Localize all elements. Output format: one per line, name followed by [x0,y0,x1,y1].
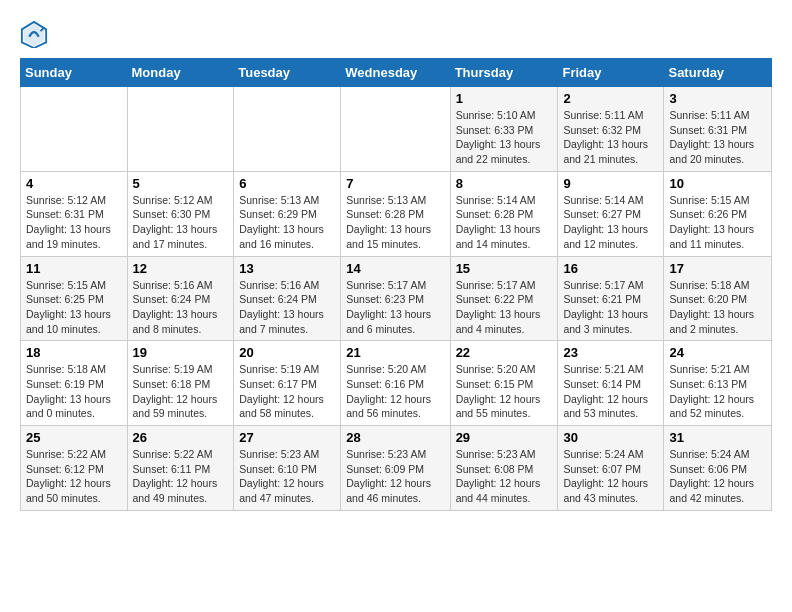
calendar-cell: 3Sunrise: 5:11 AM Sunset: 6:31 PM Daylig… [664,87,772,172]
calendar-cell: 12Sunrise: 5:16 AM Sunset: 6:24 PM Dayli… [127,256,234,341]
week-row-5: 25Sunrise: 5:22 AM Sunset: 6:12 PM Dayli… [21,426,772,511]
calendar-cell: 17Sunrise: 5:18 AM Sunset: 6:20 PM Dayli… [664,256,772,341]
header-sunday: Sunday [21,59,128,87]
logo [20,20,52,48]
day-info: Sunrise: 5:24 AM Sunset: 6:07 PM Dayligh… [563,447,658,506]
calendar-cell: 7Sunrise: 5:13 AM Sunset: 6:28 PM Daylig… [341,171,450,256]
calendar-cell [127,87,234,172]
calendar-cell: 11Sunrise: 5:15 AM Sunset: 6:25 PM Dayli… [21,256,128,341]
day-info: Sunrise: 5:24 AM Sunset: 6:06 PM Dayligh… [669,447,766,506]
day-info: Sunrise: 5:19 AM Sunset: 6:17 PM Dayligh… [239,362,335,421]
day-number: 2 [563,91,658,106]
day-number: 26 [133,430,229,445]
calendar-cell: 28Sunrise: 5:23 AM Sunset: 6:09 PM Dayli… [341,426,450,511]
day-number: 15 [456,261,553,276]
day-number: 20 [239,345,335,360]
day-number: 3 [669,91,766,106]
calendar-cell: 14Sunrise: 5:17 AM Sunset: 6:23 PM Dayli… [341,256,450,341]
day-info: Sunrise: 5:18 AM Sunset: 6:20 PM Dayligh… [669,278,766,337]
calendar-cell: 21Sunrise: 5:20 AM Sunset: 6:16 PM Dayli… [341,341,450,426]
calendar-cell [21,87,128,172]
day-number: 16 [563,261,658,276]
day-info: Sunrise: 5:16 AM Sunset: 6:24 PM Dayligh… [239,278,335,337]
logo-icon [20,20,48,48]
day-number: 6 [239,176,335,191]
calendar-cell: 26Sunrise: 5:22 AM Sunset: 6:11 PM Dayli… [127,426,234,511]
header-friday: Friday [558,59,664,87]
calendar-cell: 22Sunrise: 5:20 AM Sunset: 6:15 PM Dayli… [450,341,558,426]
day-number: 18 [26,345,122,360]
day-info: Sunrise: 5:15 AM Sunset: 6:25 PM Dayligh… [26,278,122,337]
day-info: Sunrise: 5:16 AM Sunset: 6:24 PM Dayligh… [133,278,229,337]
day-number: 11 [26,261,122,276]
week-row-4: 18Sunrise: 5:18 AM Sunset: 6:19 PM Dayli… [21,341,772,426]
header-thursday: Thursday [450,59,558,87]
calendar-cell: 18Sunrise: 5:18 AM Sunset: 6:19 PM Dayli… [21,341,128,426]
day-info: Sunrise: 5:11 AM Sunset: 6:31 PM Dayligh… [669,108,766,167]
day-info: Sunrise: 5:20 AM Sunset: 6:16 PM Dayligh… [346,362,444,421]
calendar-cell: 27Sunrise: 5:23 AM Sunset: 6:10 PM Dayli… [234,426,341,511]
calendar-cell: 19Sunrise: 5:19 AM Sunset: 6:18 PM Dayli… [127,341,234,426]
day-number: 29 [456,430,553,445]
day-info: Sunrise: 5:20 AM Sunset: 6:15 PM Dayligh… [456,362,553,421]
day-info: Sunrise: 5:21 AM Sunset: 6:13 PM Dayligh… [669,362,766,421]
calendar-cell: 1Sunrise: 5:10 AM Sunset: 6:33 PM Daylig… [450,87,558,172]
day-number: 21 [346,345,444,360]
day-info: Sunrise: 5:23 AM Sunset: 6:09 PM Dayligh… [346,447,444,506]
day-number: 4 [26,176,122,191]
calendar-cell: 9Sunrise: 5:14 AM Sunset: 6:27 PM Daylig… [558,171,664,256]
calendar-cell: 16Sunrise: 5:17 AM Sunset: 6:21 PM Dayli… [558,256,664,341]
day-info: Sunrise: 5:13 AM Sunset: 6:29 PM Dayligh… [239,193,335,252]
day-info: Sunrise: 5:12 AM Sunset: 6:31 PM Dayligh… [26,193,122,252]
calendar-cell: 8Sunrise: 5:14 AM Sunset: 6:28 PM Daylig… [450,171,558,256]
calendar-cell: 5Sunrise: 5:12 AM Sunset: 6:30 PM Daylig… [127,171,234,256]
day-info: Sunrise: 5:11 AM Sunset: 6:32 PM Dayligh… [563,108,658,167]
day-number: 25 [26,430,122,445]
day-number: 31 [669,430,766,445]
day-info: Sunrise: 5:17 AM Sunset: 6:23 PM Dayligh… [346,278,444,337]
day-number: 23 [563,345,658,360]
calendar-cell: 13Sunrise: 5:16 AM Sunset: 6:24 PM Dayli… [234,256,341,341]
calendar-cell: 15Sunrise: 5:17 AM Sunset: 6:22 PM Dayli… [450,256,558,341]
day-number: 14 [346,261,444,276]
calendar-cell: 24Sunrise: 5:21 AM Sunset: 6:13 PM Dayli… [664,341,772,426]
calendar-cell [341,87,450,172]
day-info: Sunrise: 5:12 AM Sunset: 6:30 PM Dayligh… [133,193,229,252]
week-row-1: 1Sunrise: 5:10 AM Sunset: 6:33 PM Daylig… [21,87,772,172]
day-number: 24 [669,345,766,360]
day-info: Sunrise: 5:23 AM Sunset: 6:10 PM Dayligh… [239,447,335,506]
day-number: 17 [669,261,766,276]
day-info: Sunrise: 5:14 AM Sunset: 6:27 PM Dayligh… [563,193,658,252]
day-info: Sunrise: 5:15 AM Sunset: 6:26 PM Dayligh… [669,193,766,252]
day-info: Sunrise: 5:18 AM Sunset: 6:19 PM Dayligh… [26,362,122,421]
calendar-table: SundayMondayTuesdayWednesdayThursdayFrid… [20,58,772,511]
calendar-cell: 2Sunrise: 5:11 AM Sunset: 6:32 PM Daylig… [558,87,664,172]
day-number: 10 [669,176,766,191]
day-number: 27 [239,430,335,445]
calendar-cell: 23Sunrise: 5:21 AM Sunset: 6:14 PM Dayli… [558,341,664,426]
day-number: 28 [346,430,444,445]
day-info: Sunrise: 5:17 AM Sunset: 6:22 PM Dayligh… [456,278,553,337]
day-number: 5 [133,176,229,191]
day-info: Sunrise: 5:22 AM Sunset: 6:12 PM Dayligh… [26,447,122,506]
day-info: Sunrise: 5:14 AM Sunset: 6:28 PM Dayligh… [456,193,553,252]
week-row-3: 11Sunrise: 5:15 AM Sunset: 6:25 PM Dayli… [21,256,772,341]
header-tuesday: Tuesday [234,59,341,87]
page-header [20,20,772,48]
calendar-header-row: SundayMondayTuesdayWednesdayThursdayFrid… [21,59,772,87]
day-info: Sunrise: 5:19 AM Sunset: 6:18 PM Dayligh… [133,362,229,421]
calendar-cell: 30Sunrise: 5:24 AM Sunset: 6:07 PM Dayli… [558,426,664,511]
day-info: Sunrise: 5:17 AM Sunset: 6:21 PM Dayligh… [563,278,658,337]
day-info: Sunrise: 5:22 AM Sunset: 6:11 PM Dayligh… [133,447,229,506]
day-info: Sunrise: 5:10 AM Sunset: 6:33 PM Dayligh… [456,108,553,167]
calendar-cell: 31Sunrise: 5:24 AM Sunset: 6:06 PM Dayli… [664,426,772,511]
header-monday: Monday [127,59,234,87]
week-row-2: 4Sunrise: 5:12 AM Sunset: 6:31 PM Daylig… [21,171,772,256]
day-number: 30 [563,430,658,445]
day-info: Sunrise: 5:23 AM Sunset: 6:08 PM Dayligh… [456,447,553,506]
day-number: 19 [133,345,229,360]
day-number: 12 [133,261,229,276]
calendar-cell [234,87,341,172]
day-number: 8 [456,176,553,191]
day-number: 9 [563,176,658,191]
